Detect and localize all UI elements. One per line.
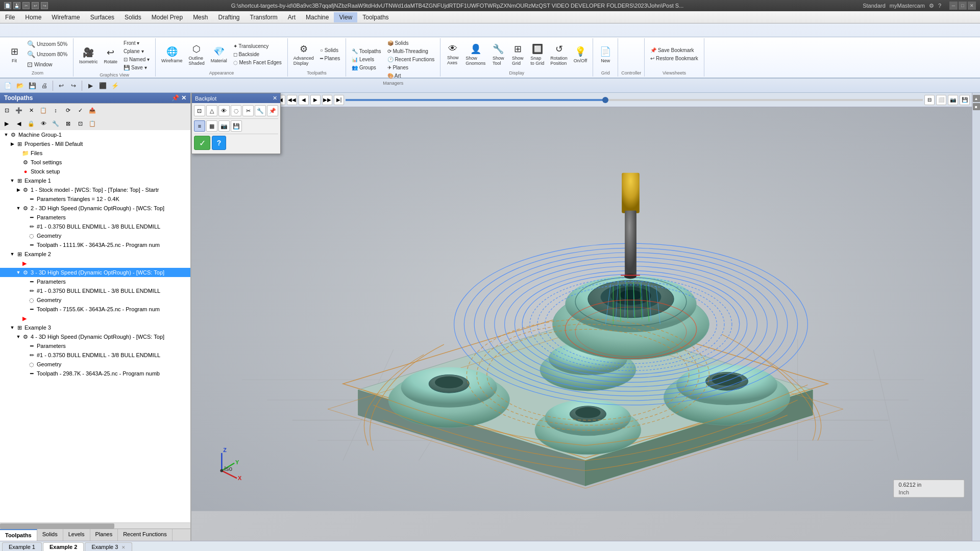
tree-ex2-flag[interactable]: ▶ [0, 259, 190, 268]
levels-button[interactable]: 📊 Levels [349, 56, 383, 63]
menu-view[interactable]: View [334, 12, 357, 22]
backplot-header[interactable]: Backplot ✕ [192, 93, 280, 103]
panel-tb-toolpath[interactable]: 🔧 [50, 118, 61, 129]
tab-example2[interactable]: Example 2 [43, 542, 84, 551]
panel-tb-collapse[interactable]: ◀ [13, 118, 24, 129]
cplane-button[interactable]: Cplane ▾ [121, 47, 152, 55]
recent-functions-button[interactable]: 🕐 Recent Functions [385, 56, 437, 63]
progress-slider[interactable] [346, 99, 923, 101]
panel-tb-verify[interactable]: ✓ [75, 105, 86, 116]
named-button[interactable]: ⊡ Named ▾ [121, 56, 152, 63]
panel-close-button[interactable]: ✕ [181, 94, 186, 102]
bp-help-button[interactable]: ? [212, 136, 226, 150]
menu-drafting[interactable]: Drafting [213, 12, 244, 22]
bp-view-icon[interactable]: ⊡ [194, 105, 205, 116]
tab-solids[interactable]: Solids [37, 529, 63, 541]
toolpaths-mgr-button[interactable]: 🔧 Toolpaths [349, 47, 383, 55]
tree-example1[interactable]: ▼ ⊞ Example 1 [0, 176, 190, 185]
question-icon[interactable]: ? [938, 3, 941, 9]
save-bookmark-button[interactable]: 📌 Save Bookmark [648, 46, 701, 54]
toolbar-redo[interactable]: ↪ [68, 80, 79, 91]
panel-tb-delete[interactable]: ✕ [26, 105, 37, 116]
rotate-button[interactable]: ↩ Rotate [102, 45, 120, 66]
tab-recent[interactable]: Recent Functions [118, 529, 173, 541]
progress-thumb[interactable] [602, 97, 608, 103]
menu-toolpaths[interactable]: Toolpaths [357, 12, 394, 22]
tree-machine-group[interactable]: ▼ ⚙ Machine Group-1 [0, 130, 190, 139]
menu-machine[interactable]: Machine [301, 12, 334, 22]
pb-minus-button[interactable]: ⊟ [924, 95, 935, 105]
tab-example3-close[interactable]: ✕ [121, 545, 126, 550]
toolbar-undo[interactable]: ↩ [56, 80, 67, 91]
panel-pin-button[interactable]: 📌 [172, 94, 179, 102]
menu-mesh[interactable]: Mesh [188, 12, 213, 22]
rotation-position-button[interactable]: ↺ RotationPosition [548, 42, 570, 67]
panel-tb-select[interactable]: ⊡ [1, 105, 12, 116]
panel-tb-add[interactable]: ➕ [13, 105, 24, 116]
tab-toolpaths[interactable]: Toolpaths [0, 529, 37, 541]
planes-mgr-button[interactable]: ✈ Planes [385, 64, 437, 71]
mesh-facet-button[interactable]: ◌ Mesh Facet Edges [231, 59, 284, 66]
close-button[interactable]: ✕ [968, 2, 976, 10]
maximize-button[interactable]: □ [959, 2, 967, 10]
tree-op4-toolpath[interactable]: ━ Toolpath - 298.7K - 3643A-25.nc - Prog… [0, 369, 190, 378]
toolbar-print[interactable]: 🖨 [39, 80, 50, 91]
groups-button[interactable]: 👥 Groups [349, 64, 383, 71]
viewport[interactable]: Backplot ✕ ⊡ △ 👁 ◌ ✂ 🔧 📌 ≡ ▦ 📷 [191, 93, 972, 541]
bp-grid-icon[interactable]: ▦ [206, 120, 217, 132]
tree-op3-toolpath[interactable]: ━ Toolpath - 7155.6K - 3643A-25.nc - Pro… [0, 305, 190, 314]
art-button[interactable]: 🎨 Art [385, 72, 437, 80]
solids-mgr-button[interactable]: 📦 Solids [385, 39, 437, 47]
tree-op2[interactable]: ▼ ⚙ 2 - 3D High Speed (Dynamic OptRough)… [0, 204, 190, 213]
tree-op1-params[interactable]: ━ Parameters Triangles = 12 - 0.4K [0, 194, 190, 204]
backplot-close[interactable]: ✕ [273, 95, 277, 102]
show-tool-button[interactable]: 🔧 ShowTool [489, 42, 507, 67]
outline-shaded-button[interactable]: ⬡ OutlineShaded [186, 42, 207, 67]
bp-tool-icon[interactable]: 🔧 [255, 105, 266, 116]
show-axes-button[interactable]: 👁 ShowAxes [444, 42, 462, 67]
planes-tp-button[interactable]: ━ Planes [317, 55, 342, 62]
advanced-display-button[interactable]: ⚙ AdvancedDisplay [291, 42, 316, 67]
solids-tp-button[interactable]: ○ Solids [317, 46, 342, 54]
panel-tb-post[interactable]: 📤 [87, 105, 98, 116]
pb-last-button[interactable]: ▶| [334, 95, 344, 105]
tree-op4-tool[interactable]: ✏ #1 - 0.3750 BULL ENDMILL - 3/8 BULL EN… [0, 350, 190, 360]
show-grid-button[interactable]: ⊞ ShowGrid [508, 42, 527, 67]
panel-tb-view2[interactable]: ⊡ [75, 118, 86, 129]
bp-pin-icon[interactable]: 📌 [267, 105, 278, 116]
toolbar-stop[interactable]: ⬛ [97, 80, 108, 91]
tree-op4-geom[interactable]: ◌ Geometry [0, 360, 190, 369]
tab-example3[interactable]: Example 3 ✕ [85, 542, 132, 551]
onoff-button[interactable]: 💡 On/Off [571, 44, 590, 65]
tree-op3-geom[interactable]: ◌ Geometry [0, 295, 190, 305]
tree-example2[interactable]: ▼ ⊞ Example 2 [0, 249, 190, 259]
panel-tb-expand[interactable]: ▶ [1, 118, 12, 129]
toolbar-play[interactable]: ▶ [85, 80, 96, 91]
pb-prev-fast-button[interactable]: ◀◀ [287, 95, 297, 105]
panel-tb-visible[interactable]: 👁 [38, 118, 49, 129]
tree-ex3-flag[interactable]: ▶ [0, 314, 190, 323]
menu-transform[interactable]: Transform [245, 12, 283, 22]
pb-next-fast-button[interactable]: ▶▶ [322, 95, 332, 105]
tree-example3[interactable]: ▼ ⊞ Example 3 [0, 323, 190, 332]
tree-op2-toolpath[interactable]: ━ Toolpath - 1111.9K - 3643A-25.nc - Pro… [0, 240, 190, 249]
pb-play-button[interactable]: ▶ [310, 95, 321, 105]
restore-bookmark-button[interactable]: ↩ Restore Bookmark [648, 55, 701, 62]
panel-tb-regen[interactable]: ⟳ [62, 105, 74, 116]
bp-lines-icon[interactable]: ≡ [194, 120, 205, 132]
material-button[interactable]: 💎 Material [208, 44, 230, 65]
show-gnomons-button[interactable]: 👤 ShowGnomons [463, 42, 488, 67]
minimize-button[interactable]: ─ [949, 2, 958, 10]
tree-scrollbar[interactable] [0, 522, 190, 529]
bp-circle-icon[interactable]: ◌ [231, 105, 242, 116]
window-button[interactable]: ⊡ Window [24, 60, 70, 69]
tab-example1[interactable]: Example 1 [2, 542, 42, 551]
tree-op3-params[interactable]: ━ Parameters [0, 277, 190, 286]
tab-planes[interactable]: Planes [90, 529, 118, 541]
pb-square-button[interactable]: ⬜ [936, 95, 946, 105]
panel-tb-move[interactable]: ↕ [50, 105, 61, 116]
panel-tb-copy[interactable]: 📋 [38, 105, 49, 116]
bp-cut-icon[interactable]: ✂ [242, 105, 254, 116]
new-button[interactable]: 📄 New [596, 44, 615, 65]
translucency-button[interactable]: ✦ Translucency [231, 42, 284, 50]
